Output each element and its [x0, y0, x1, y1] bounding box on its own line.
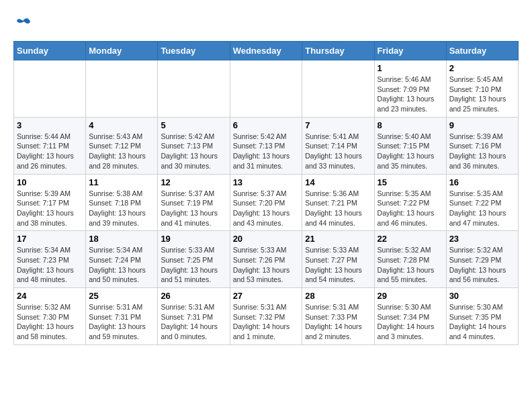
day-info: Sunrise: 5:43 AMSunset: 7:12 PMDaylight:… — [89, 132, 154, 171]
day-number: 23 — [449, 234, 515, 244]
calendar-cell: 5Sunrise: 5:42 AMSunset: 7:13 PMDaylight… — [158, 117, 230, 174]
header-sunday: Sunday — [14, 42, 86, 60]
day-info: Sunrise: 5:36 AMSunset: 7:21 PMDaylight:… — [305, 189, 371, 228]
calendar-cell — [86, 60, 158, 118]
day-number: 15 — [378, 177, 443, 187]
calendar-cell: 6Sunrise: 5:42 AMSunset: 7:13 PMDaylight… — [230, 117, 302, 174]
day-info: Sunrise: 5:46 AMSunset: 7:09 PMDaylight:… — [378, 75, 443, 114]
calendar-header-row: Sunday Monday Tuesday Wednesday Thursday… — [14, 42, 519, 60]
header-wednesday: Wednesday — [230, 42, 302, 60]
day-info: Sunrise: 5:34 AMSunset: 7:23 PMDaylight:… — [17, 245, 83, 285]
calendar-cell: 4Sunrise: 5:43 AMSunset: 7:12 PMDaylight… — [86, 117, 158, 174]
day-info: Sunrise: 5:31 AMSunset: 7:33 PMDaylight:… — [305, 302, 371, 342]
day-info: Sunrise: 5:39 AMSunset: 7:17 PMDaylight:… — [17, 189, 83, 228]
day-number: 1 — [378, 63, 443, 73]
day-info: Sunrise: 5:30 AMSunset: 7:34 PMDaylight:… — [378, 302, 443, 342]
day-number: 9 — [449, 120, 515, 130]
day-number: 2 — [449, 63, 515, 73]
calendar-cell: 19Sunrise: 5:33 AMSunset: 7:25 PMDayligh… — [158, 231, 230, 288]
day-number: 12 — [161, 177, 226, 187]
day-info: Sunrise: 5:45 AMSunset: 7:10 PMDaylight:… — [449, 75, 515, 114]
day-info: Sunrise: 5:32 AMSunset: 7:30 PMDaylight:… — [17, 302, 83, 342]
day-info: Sunrise: 5:41 AMSunset: 7:14 PMDaylight:… — [305, 132, 371, 171]
day-info: Sunrise: 5:35 AMSunset: 7:22 PMDaylight:… — [378, 189, 443, 228]
calendar-cell: 20Sunrise: 5:33 AMSunset: 7:26 PMDayligh… — [230, 231, 302, 288]
day-number: 30 — [449, 291, 515, 301]
calendar-cell: 8Sunrise: 5:40 AMSunset: 7:15 PMDaylight… — [374, 117, 446, 174]
day-info: Sunrise: 5:33 AMSunset: 7:26 PMDaylight:… — [233, 245, 300, 285]
day-number: 19 — [161, 234, 226, 244]
header-saturday: Saturday — [446, 42, 518, 60]
logo — [13, 17, 31, 34]
day-info: Sunrise: 5:34 AMSunset: 7:24 PMDaylight:… — [89, 245, 154, 285]
day-number: 22 — [378, 234, 443, 244]
calendar-cell: 15Sunrise: 5:35 AMSunset: 7:22 PMDayligh… — [374, 174, 446, 231]
day-number: 13 — [233, 177, 300, 187]
day-info: Sunrise: 5:31 AMSunset: 7:31 PMDaylight:… — [161, 302, 226, 342]
calendar-cell: 9Sunrise: 5:39 AMSunset: 7:16 PMDaylight… — [446, 117, 518, 174]
day-info: Sunrise: 5:33 AMSunset: 7:25 PMDaylight:… — [161, 245, 226, 285]
calendar-week-row-2: 3Sunrise: 5:44 AMSunset: 7:11 PMDaylight… — [14, 117, 519, 174]
calendar-cell: 16Sunrise: 5:35 AMSunset: 7:22 PMDayligh… — [446, 174, 518, 231]
calendar-cell: 28Sunrise: 5:31 AMSunset: 7:33 PMDayligh… — [302, 288, 374, 345]
day-number: 16 — [449, 177, 515, 187]
calendar-cell: 1Sunrise: 5:46 AMSunset: 7:09 PMDaylight… — [374, 60, 446, 118]
day-number: 4 — [89, 120, 154, 130]
calendar-cell — [230, 60, 302, 118]
calendar-cell: 11Sunrise: 5:38 AMSunset: 7:18 PMDayligh… — [86, 174, 158, 231]
day-number: 24 — [17, 291, 83, 301]
day-number: 25 — [89, 291, 154, 301]
calendar-cell — [302, 60, 374, 118]
calendar-cell: 10Sunrise: 5:39 AMSunset: 7:17 PMDayligh… — [14, 174, 86, 231]
day-info: Sunrise: 5:35 AMSunset: 7:22 PMDaylight:… — [449, 189, 515, 228]
calendar-cell — [14, 60, 86, 118]
calendar-cell — [158, 60, 230, 118]
calendar-cell: 13Sunrise: 5:37 AMSunset: 7:20 PMDayligh… — [230, 174, 302, 231]
calendar-cell: 24Sunrise: 5:32 AMSunset: 7:30 PMDayligh… — [14, 288, 86, 345]
day-info: Sunrise: 5:37 AMSunset: 7:19 PMDaylight:… — [161, 189, 226, 228]
day-number: 27 — [233, 291, 300, 301]
calendar-table: Sunday Monday Tuesday Wednesday Thursday… — [13, 41, 519, 345]
day-number: 20 — [233, 234, 300, 244]
day-number: 5 — [161, 120, 226, 130]
calendar-week-row-3: 10Sunrise: 5:39 AMSunset: 7:17 PMDayligh… — [14, 174, 519, 231]
header-monday: Monday — [86, 42, 158, 60]
day-number: 28 — [305, 291, 371, 301]
calendar-cell: 29Sunrise: 5:30 AMSunset: 7:34 PMDayligh… — [374, 288, 446, 345]
logo-bird-icon — [15, 17, 31, 31]
calendar-cell: 7Sunrise: 5:41 AMSunset: 7:14 PMDaylight… — [302, 117, 374, 174]
calendar-cell: 25Sunrise: 5:31 AMSunset: 7:31 PMDayligh… — [86, 288, 158, 345]
calendar-cell: 2Sunrise: 5:45 AMSunset: 7:10 PMDaylight… — [446, 60, 518, 118]
calendar-cell: 22Sunrise: 5:32 AMSunset: 7:28 PMDayligh… — [374, 231, 446, 288]
calendar-cell: 14Sunrise: 5:36 AMSunset: 7:21 PMDayligh… — [302, 174, 374, 231]
calendar-week-row-5: 24Sunrise: 5:32 AMSunset: 7:30 PMDayligh… — [14, 288, 519, 345]
day-number: 26 — [161, 291, 226, 301]
day-info: Sunrise: 5:42 AMSunset: 7:13 PMDaylight:… — [161, 132, 226, 171]
calendar-cell: 17Sunrise: 5:34 AMSunset: 7:23 PMDayligh… — [14, 231, 86, 288]
calendar-cell: 12Sunrise: 5:37 AMSunset: 7:19 PMDayligh… — [158, 174, 230, 231]
calendar-cell: 30Sunrise: 5:30 AMSunset: 7:35 PMDayligh… — [446, 288, 518, 345]
day-info: Sunrise: 5:33 AMSunset: 7:27 PMDaylight:… — [305, 245, 371, 285]
day-number: 14 — [305, 177, 371, 187]
day-info: Sunrise: 5:31 AMSunset: 7:31 PMDaylight:… — [89, 302, 154, 342]
calendar-cell: 3Sunrise: 5:44 AMSunset: 7:11 PMDaylight… — [14, 117, 86, 174]
day-info: Sunrise: 5:44 AMSunset: 7:11 PMDaylight:… — [17, 132, 83, 171]
day-number: 6 — [233, 120, 300, 130]
day-number: 3 — [17, 120, 83, 130]
day-number: 18 — [89, 234, 154, 244]
page-header — [13, 13, 519, 34]
calendar-cell: 18Sunrise: 5:34 AMSunset: 7:24 PMDayligh… — [86, 231, 158, 288]
day-info: Sunrise: 5:38 AMSunset: 7:18 PMDaylight:… — [89, 189, 154, 228]
day-number: 10 — [17, 177, 83, 187]
day-number: 7 — [305, 120, 371, 130]
day-info: Sunrise: 5:32 AMSunset: 7:29 PMDaylight:… — [449, 245, 515, 285]
day-info: Sunrise: 5:31 AMSunset: 7:32 PMDaylight:… — [233, 302, 300, 342]
day-number: 29 — [378, 291, 443, 301]
calendar-cell: 21Sunrise: 5:33 AMSunset: 7:27 PMDayligh… — [302, 231, 374, 288]
calendar-week-row-1: 1Sunrise: 5:46 AMSunset: 7:09 PMDaylight… — [14, 60, 519, 118]
header-tuesday: Tuesday — [158, 42, 230, 60]
day-info: Sunrise: 5:42 AMSunset: 7:13 PMDaylight:… — [233, 132, 300, 171]
day-info: Sunrise: 5:32 AMSunset: 7:28 PMDaylight:… — [378, 245, 443, 285]
header-thursday: Thursday — [302, 42, 374, 60]
day-number: 11 — [89, 177, 154, 187]
